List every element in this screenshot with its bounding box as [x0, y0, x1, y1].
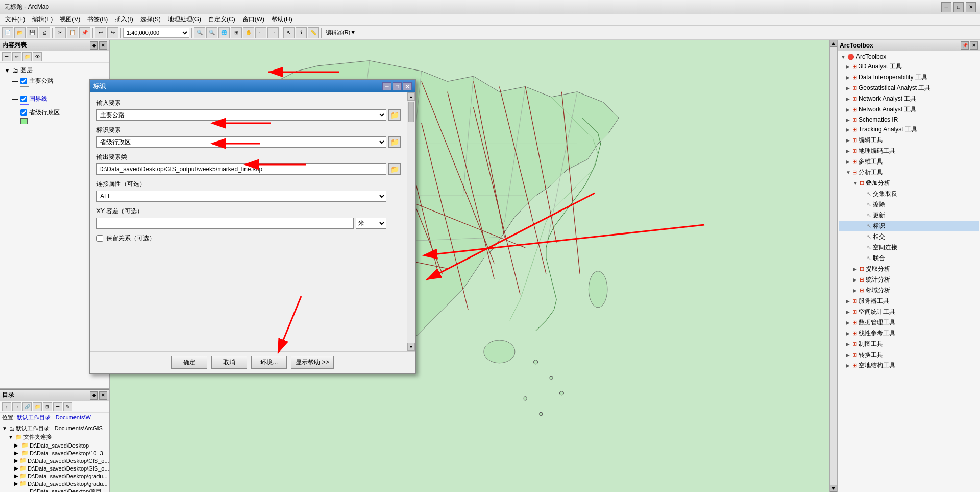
cat-item-4[interactable]: ▶ 📁 D:\Data_saved\Desktop\GIS_o... — [2, 464, 107, 472]
catalog-btn1[interactable]: ↑ — [2, 402, 11, 411]
measure-btn[interactable]: 📏 — [308, 27, 319, 38]
forward-btn[interactable]: → — [267, 27, 279, 38]
tool-symmetrical-diff[interactable]: ↖ 交集取反 — [839, 189, 979, 199]
tool-tracking[interactable]: ▶ ⊞ Tracking Analyst 工具 — [839, 124, 979, 135]
paste-btn[interactable]: 📌 — [79, 27, 90, 38]
open-btn[interactable]: 📂 — [14, 27, 26, 38]
tool-cartography[interactable]: ▶ ⊞ 制图工具 — [839, 339, 979, 349]
tool-3d-analyst[interactable]: ▶ ⊞ 3D Analyst 工具 — [839, 61, 979, 72]
content-list-float-btn[interactable]: ◈ — [90, 41, 98, 50]
menu-customize[interactable]: 自定义(C) — [205, 14, 238, 25]
layer-draw-btn[interactable]: ✏ — [12, 52, 21, 61]
input-features-browse[interactable]: 📁 — [388, 109, 401, 121]
dialog-scrollbar[interactable]: ▲ ▼ — [407, 92, 415, 351]
menu-view[interactable]: 视图(V) — [57, 14, 83, 25]
dialog-scroll-down[interactable]: ▼ — [407, 343, 415, 351]
zoom-in-btn[interactable]: 🔍 — [194, 27, 205, 38]
tool-erase[interactable]: ↖ 擦除 — [839, 199, 979, 210]
road-layer-checkbox[interactable] — [20, 78, 27, 84]
info-btn[interactable]: ℹ — [296, 27, 307, 38]
tool-analysis[interactable]: ▼ ⊟ 分析工具 — [839, 167, 979, 178]
dialog-scroll-thumb[interactable] — [408, 102, 414, 122]
xy-tolerance-unit[interactable]: 米 — [356, 218, 386, 229]
close-button[interactable]: ✕ — [966, 2, 976, 12]
catalog-folder-connections[interactable]: ▼ 📁 文件夹连接 — [2, 433, 107, 441]
print-btn[interactable]: 🖨 — [39, 27, 50, 38]
ok-button[interactable]: 确定 — [172, 356, 207, 369]
tool-conversion[interactable]: ▶ ⊞ 转换工具 — [839, 349, 979, 360]
catalog-btn3[interactable]: 🔗 — [22, 402, 32, 411]
catalog-btn5[interactable]: ⊞ — [43, 402, 52, 411]
tool-proximity[interactable]: ▶ ⊞ 邻域分析 — [839, 285, 979, 296]
cursor-btn[interactable]: ↖ — [283, 27, 295, 38]
layer-vis-btn[interactable]: 👁 — [33, 52, 42, 61]
province-layer-expand[interactable]: — — [12, 109, 18, 116]
layer-source-btn[interactable]: 📁 — [22, 52, 32, 61]
input-features-select[interactable]: 主要公路 — [96, 109, 386, 121]
dialog-maximize-btn[interactable]: □ — [393, 82, 402, 90]
output-features-input[interactable]: D:\Data_saved\Desktop\GIS_output\week5\m… — [96, 163, 386, 175]
redo-btn[interactable]: ↪ — [107, 27, 118, 38]
save-btn[interactable]: 💾 — [27, 27, 38, 38]
layer-group-expand[interactable]: ▼ — [4, 67, 10, 74]
cancel-button[interactable]: 取消 — [211, 356, 247, 369]
tool-spatial-join[interactable]: ↖ 空间连接 — [839, 242, 979, 253]
tool-edit[interactable]: ▶ ⊞ 编辑工具 — [839, 135, 979, 146]
tool-intersect[interactable]: ↖ 相交 — [839, 231, 979, 242]
menu-help[interactable]: 帮助(H) — [268, 14, 296, 25]
dialog-scroll-up[interactable]: ▲ — [407, 92, 415, 101]
cat-item-2[interactable]: ▶ 📁 D:\Data_saved\Desktop\10_3 — [2, 449, 107, 457]
tool-terrain[interactable]: ▶ ⊞ 空地结构工具 — [839, 360, 979, 371]
toolbox-close-btn[interactable]: ✕ — [970, 41, 978, 50]
tool-union[interactable]: ↖ 联合 — [839, 253, 979, 264]
menu-bookmarks[interactable]: 书签(B) — [84, 14, 111, 25]
tool-spatial-stats[interactable]: ▶ ⊞ 空间统计工具 — [839, 307, 979, 317]
minimize-button[interactable]: ─ — [941, 2, 951, 12]
menu-edit[interactable]: 编辑(E) — [29, 14, 56, 25]
identify-features-select[interactable]: 省级行政区 — [96, 136, 386, 148]
content-list-close-btn[interactable]: ✕ — [99, 41, 107, 50]
dialog-close-btn[interactable]: ✕ — [403, 82, 412, 90]
editor-label[interactable]: 编辑器(R)▼ — [324, 29, 358, 36]
tool-spatial-analyst[interactable]: ▶ ⊞ Schematics IR — [839, 115, 979, 124]
tool-identity[interactable]: ↖ 标识 — [839, 221, 979, 231]
tool-linear-ref[interactable]: ▶ ⊞ 线性参考工具 — [839, 328, 979, 339]
cat-item-6[interactable]: ▶ 📁 D:\Data_saved\Desktop\gradu... — [2, 480, 107, 487]
border-layer-expand[interactable]: — — [12, 96, 18, 103]
menu-window[interactable]: 窗口(W) — [239, 14, 267, 25]
tool-extract[interactable]: ▶ ⊞ 提取分析 — [839, 264, 979, 274]
menu-file[interactable]: 文件(F) — [2, 14, 28, 25]
catalog-float-btn[interactable]: ◈ — [90, 391, 98, 400]
cat-item-3[interactable]: ▶ 📁 D:\Data_saved\Desktop\GIS_o... — [2, 457, 107, 464]
cut-btn[interactable]: ✂ — [55, 27, 66, 38]
keep-rel-checkbox[interactable] — [96, 235, 103, 242]
layer-list-btn[interactable]: ☰ — [2, 52, 11, 61]
extent-btn[interactable]: ⊞ — [231, 27, 242, 38]
globe-btn[interactable]: 🌐 — [218, 27, 230, 38]
cat-item-5[interactable]: ▶ 📁 D:\Data_saved\Desktop\gradu... — [2, 472, 107, 480]
tool-geostat[interactable]: ▶ ⊞ Geostatistical Analyst 工具 — [839, 83, 979, 93]
output-features-browse[interactable]: 📁 — [388, 163, 401, 175]
maximize-button[interactable]: □ — [953, 2, 964, 12]
catalog-btn6[interactable]: ☰ — [53, 402, 62, 411]
join-attributes-select[interactable]: ALL — [96, 191, 386, 202]
arrow-btn[interactable]: ← — [255, 27, 266, 38]
identify-features-browse[interactable]: 📁 — [388, 136, 401, 148]
map-scrollbar-v[interactable]: ▲ ▼ — [829, 40, 837, 492]
tool-server[interactable]: ▶ ⊞ 服务器工具 — [839, 296, 979, 307]
scale-select[interactable]: 1:40,000,000 — [123, 28, 189, 38]
tool-overlay[interactable]: ▼ ⊟ 叠加分析 — [839, 178, 979, 189]
border-layer-checkbox[interactable] — [20, 96, 27, 102]
copy-btn[interactable]: 📋 — [67, 27, 78, 38]
catalog-default-workspace[interactable]: ▼ 🗂 默认工作目录 - Documents\ArcGIS — [2, 424, 107, 433]
menu-select[interactable]: 选择(S) — [137, 14, 164, 25]
new-btn[interactable]: 📄 — [2, 27, 13, 38]
tool-multidim[interactable]: ▶ ⊞ 多维工具 — [839, 156, 979, 167]
catalog-btn4[interactable]: 📁 — [33, 402, 42, 411]
tool-network[interactable]: ▶ ⊞ Network Analyst 工具 — [839, 93, 979, 104]
pan-btn[interactable]: ✋ — [243, 27, 254, 38]
tool-update[interactable]: ↖ 更新 — [839, 210, 979, 221]
undo-btn[interactable]: ↩ — [95, 27, 106, 38]
menu-geoprocessing[interactable]: 地理处理(G) — [165, 14, 204, 25]
province-layer-checkbox[interactable] — [20, 109, 27, 116]
